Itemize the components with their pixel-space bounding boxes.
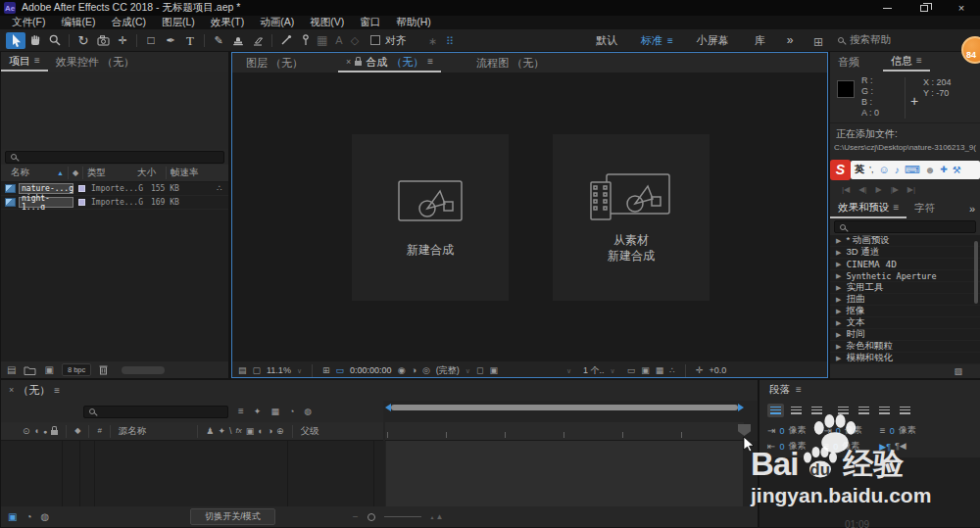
column-divider[interactable] xyxy=(110,425,111,438)
pen-tool[interactable]: ✒ xyxy=(161,32,180,49)
effect-category-keying[interactable]: ▶抠像 xyxy=(830,306,980,317)
effect-category-time[interactable]: ▶时间 xyxy=(830,329,980,341)
tab-close-icon[interactable]: × xyxy=(9,386,14,395)
tag-column-icon[interactable]: ◆ xyxy=(73,169,78,177)
ime-emoji-icon[interactable]: ☺ xyxy=(879,164,890,175)
pixel-aspect-icon[interactable]: ▭ xyxy=(627,366,636,375)
caret-down-icon[interactable]: ∨ xyxy=(466,367,470,374)
brush-tool[interactable]: ✎ xyxy=(209,32,228,49)
expand-triangle-icon[interactable]: ▶ xyxy=(836,237,841,245)
timeline-track-area[interactable] xyxy=(386,441,743,506)
toggle-switches-modes-button[interactable]: 切换开关/模式 xyxy=(190,508,275,525)
source-name-column[interactable]: 源名称 xyxy=(119,425,147,438)
ime-voice-icon[interactable]: ♪ xyxy=(895,165,900,175)
column-name[interactable]: 名称 xyxy=(11,167,29,179)
workspace-default[interactable]: 默认 xyxy=(584,33,629,48)
go-to-start-icon[interactable]: |◀ xyxy=(842,185,850,194)
motion-blur-switch-icon[interactable]: ◐ xyxy=(258,427,263,436)
menu-window[interactable]: 窗口 xyxy=(352,16,388,29)
column-divider[interactable] xyxy=(166,167,167,179)
justify-last-left-button[interactable] xyxy=(835,404,852,417)
parent-column[interactable]: 父级 xyxy=(301,425,319,438)
show-channels-icon[interactable]: ◎ xyxy=(422,366,430,375)
ime-logo[interactable]: S xyxy=(830,160,851,180)
ime-account-icon[interactable]: ☻ xyxy=(925,165,936,175)
column-divider[interactable] xyxy=(197,425,198,438)
selection-tool[interactable] xyxy=(6,32,25,49)
tab-effect-controls[interactable]: 效果控件 （无） xyxy=(48,52,142,72)
ime-punct-toggle[interactable]: ’, xyxy=(869,165,874,174)
space-before-value[interactable]: 0 xyxy=(779,442,784,452)
rotate-tool[interactable]: ↻ xyxy=(74,32,93,49)
column-divider[interactable] xyxy=(82,167,83,179)
project-search-input[interactable] xyxy=(5,151,224,164)
zoom-in-mountains-icon[interactable]: ▲ ▲ xyxy=(430,512,444,521)
interpret-footage-icon[interactable]: ▤ xyxy=(7,365,16,375)
menu-layer[interactable]: 图层(L) xyxy=(154,16,203,29)
axis-grid-icon[interactable]: ▦ xyxy=(317,34,327,46)
choose-grid-icon[interactable]: ⊞ xyxy=(322,366,330,375)
tab-character[interactable]: 字符 xyxy=(906,199,943,218)
expand-triangle-icon[interactable]: ▶ xyxy=(836,308,841,315)
indent-left-value[interactable]: 0 xyxy=(779,426,784,436)
ime-skin-icon[interactable]: ✚ xyxy=(940,165,948,174)
snapshot-icon[interactable]: ◉ xyxy=(398,366,406,375)
expand-triangle-icon[interactable]: ▶ xyxy=(836,249,841,257)
tab-overflow-icon[interactable]: » xyxy=(969,204,975,215)
menu-file[interactable]: 文件(F) xyxy=(4,16,53,29)
expand-triangle-icon[interactable]: ▶ xyxy=(836,355,841,362)
resolution-value[interactable]: (完整) xyxy=(436,364,460,377)
column-size[interactable]: 大小 xyxy=(137,167,156,179)
workspace-library[interactable]: 库 xyxy=(741,33,779,48)
go-to-end-icon[interactable]: ▶| xyxy=(907,185,915,194)
expand-triangle-icon[interactable]: ▶ xyxy=(836,272,841,280)
time-ruler[interactable] xyxy=(385,422,744,441)
video-eye-icon[interactable]: ⊙ xyxy=(23,427,30,436)
effect-category-synthetic-aperture[interactable]: ▶Synthetic Aperture xyxy=(830,270,980,282)
new-panel-icon[interactable]: ▨ xyxy=(954,367,962,376)
column-type[interactable]: 类型 xyxy=(87,167,106,179)
tab-close-icon[interactable]: × xyxy=(346,58,351,67)
caret-down-icon[interactable]: ∨ xyxy=(566,367,571,374)
motion-blur-enable-icon[interactable]: ◍ xyxy=(304,408,312,416)
align-checkbox[interactable] xyxy=(370,35,380,45)
space-after-value[interactable]: 0 xyxy=(833,442,838,452)
justify-last-center-button[interactable] xyxy=(856,404,872,417)
new-composition-from-footage-tile[interactable]: 从素材 新建合成 xyxy=(553,134,710,301)
type-tool[interactable]: T xyxy=(180,32,200,49)
tab-project-menu-icon[interactable]: ≡ xyxy=(34,56,40,66)
zoom-tool[interactable] xyxy=(45,32,65,49)
column-divider[interactable] xyxy=(66,425,67,438)
play-icon[interactable]: ▶ xyxy=(875,185,881,194)
expand-layer-switches-icon[interactable]: ▣ xyxy=(8,512,17,522)
delete-trash-icon[interactable] xyxy=(99,364,108,375)
column-framerate[interactable]: 帧速率 xyxy=(171,167,199,179)
effect-category-noise-grain[interactable]: ▶杂色和颗粒 xyxy=(830,341,980,353)
justify-all-button[interactable] xyxy=(897,404,913,417)
new-folder-icon[interactable] xyxy=(24,365,36,375)
collapse-switch-icon[interactable]: ✦ xyxy=(218,427,225,436)
axis-letter-icon[interactable]: A xyxy=(335,35,342,46)
tab-project[interactable]: 项目 ≡ xyxy=(1,52,48,72)
sort-ascending-icon[interactable]: ▲ xyxy=(57,169,64,176)
shape-tool[interactable]: □ xyxy=(141,32,161,49)
adjustment-layer-switch-icon[interactable]: ◑ xyxy=(268,427,272,436)
zoom-out-icon[interactable]: − xyxy=(353,512,359,522)
restore-button[interactable] xyxy=(906,0,943,16)
current-time-display[interactable]: 0:00:00:00 xyxy=(350,365,392,375)
menu-view[interactable]: 视图(V) xyxy=(302,16,352,29)
effects-scrollbar[interactable] xyxy=(974,241,978,304)
workspace-standard[interactable]: 标准 ≡ xyxy=(629,33,685,48)
help-search[interactable]: 搜索帮助 xyxy=(838,33,891,47)
column-divider[interactable] xyxy=(68,167,69,179)
lock-column-icon[interactable] xyxy=(51,430,58,435)
transparency-grid-icon[interactable]: ▣ xyxy=(489,366,498,375)
hand-tool[interactable] xyxy=(25,32,45,49)
ime-toolbar[interactable]: S 英 ’, ☺ ♪ ⌨ ☻ ✚ ⚒ xyxy=(830,159,980,180)
quality-switch-icon[interactable]: \ xyxy=(229,427,232,436)
layer-number-column-icon[interactable]: # xyxy=(97,427,101,435)
fx-switch-icon[interactable]: fx xyxy=(235,427,241,435)
caret-down-icon[interactable]: ∨ xyxy=(611,367,615,374)
new-composition-tile[interactable]: 新建合成 xyxy=(352,134,509,301)
eraser-tool[interactable] xyxy=(248,32,268,49)
